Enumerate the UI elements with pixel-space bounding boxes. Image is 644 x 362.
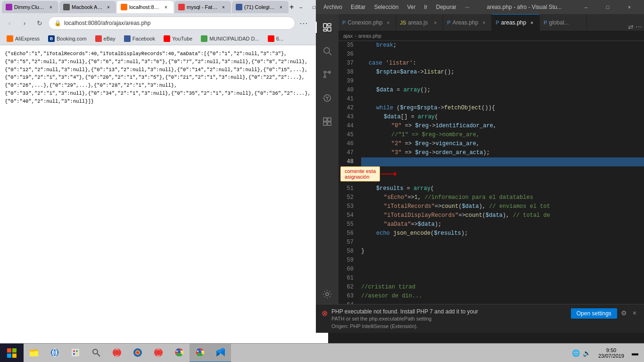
bookmark-youtube[interactable]: YouTube xyxy=(160,33,196,44)
back-button[interactable]: ‹ xyxy=(3,16,16,30)
line-num-38: 38 xyxy=(339,68,354,77)
start-button[interactable] xyxy=(0,344,24,362)
tab-close-areas-php[interactable]: × xyxy=(480,19,487,26)
tab-localhost[interactable]: localhost:8080/... × xyxy=(117,1,173,13)
taskbar-firefox[interactable] xyxy=(127,344,148,362)
tab-label-areasphp-active: areas.php xyxy=(501,19,526,26)
code-line-48 xyxy=(361,157,644,166)
svg-rect-15 xyxy=(7,348,11,353)
tab-areasphp-active[interactable]: P areas.php × xyxy=(492,14,540,31)
bookmark-favicon-youtube xyxy=(164,35,170,42)
tab-areas-php[interactable]: P Areas.php × xyxy=(443,14,492,31)
bookmark-municipalidad[interactable]: MUNICIPALIDAD D... xyxy=(197,33,263,44)
notification-text: PHP executable not found. Install PHP 7 … xyxy=(339,308,563,329)
forward-button[interactable]: › xyxy=(18,16,31,30)
activity-settings-icon[interactable] xyxy=(316,283,339,305)
tab-global[interactable]: P global... xyxy=(540,14,587,31)
taskbar-paint[interactable] xyxy=(65,344,86,362)
bookmark-extra[interactable]: 6... xyxy=(264,33,287,44)
line-num-42: 42 xyxy=(339,104,354,113)
code-line-37: case 'listar': xyxy=(361,59,644,68)
editor-tabs-end: ⇄ ⋯ xyxy=(626,23,644,31)
activity-debug-icon[interactable] xyxy=(316,87,339,109)
menu-ir[interactable]: Ir xyxy=(420,3,431,11)
tab-dimmy[interactable]: Dimmy.Club - D... × xyxy=(2,1,58,13)
bookmark-facebook[interactable]: Facebook xyxy=(120,33,159,44)
taskbar-chrome2[interactable] xyxy=(190,344,210,362)
bookmark-booking[interactable]: B Booking.com xyxy=(44,33,91,44)
line-num-46: 46 xyxy=(339,140,354,148)
tab-close-dimmy[interactable]: × xyxy=(47,3,55,11)
code-line-58: } xyxy=(361,247,644,256)
taskbar-clock[interactable]: 9:50 23/07/2019 xyxy=(594,347,628,359)
menu-archivo[interactable]: Archivo xyxy=(320,3,346,11)
tab-label-macbook: Macbook Air - ... xyxy=(72,4,103,10)
tab-mysql[interactable]: mysql - Fatal Er... × xyxy=(174,1,231,13)
address-bar[interactable]: 🔒 localhost:8080/afro/ajax/areas.php xyxy=(48,16,295,30)
open-settings-button[interactable]: Open settings xyxy=(571,308,617,319)
code-content[interactable]: break; case 'listar': $rspta=$area->list… xyxy=(357,41,644,319)
activity-git-icon[interactable] xyxy=(316,63,339,86)
activity-search-icon[interactable] xyxy=(316,40,339,62)
tab-close-conexion[interactable]: × xyxy=(384,19,392,26)
breadcrumb-filename[interactable]: areas.php xyxy=(358,33,381,39)
tab-label-mysql: mysql - Fatal Er... xyxy=(187,4,218,10)
taskbar-ie[interactable] xyxy=(44,344,65,362)
new-tab-button[interactable]: + xyxy=(289,1,294,13)
tab-close-colegio[interactable]: × xyxy=(277,3,285,11)
code-line-36 xyxy=(361,50,644,59)
svg-point-6 xyxy=(324,71,326,73)
annotation-line1: comente esta xyxy=(345,168,376,174)
bookmark-aliexpress[interactable]: AliExpress xyxy=(3,33,43,44)
menu-seleccion[interactable]: Selección xyxy=(370,3,402,11)
menu-depurar[interactable]: Depurar xyxy=(432,3,460,11)
svg-point-25 xyxy=(76,350,78,352)
vscode-close-button[interactable]: × xyxy=(619,0,640,14)
notification-panel: ⊗ PHP executable not found. Install PHP … xyxy=(339,304,644,329)
tab-colegio[interactable]: (71) Colegio Pr... × xyxy=(232,1,289,13)
tab-icon-conexion: P xyxy=(342,20,346,25)
code-editor[interactable]: 35 36 37 38 39 40 41 42 43 44 45 46 47 4… xyxy=(339,41,644,319)
tab-macbook[interactable]: Macbook Air - ... × xyxy=(59,1,116,13)
tab-areasjs[interactable]: JS areas.js × xyxy=(396,14,443,31)
tray-network-icon[interactable]: 🌐 xyxy=(572,349,580,357)
svg-line-5 xyxy=(329,53,331,55)
tray-speaker-icon[interactable]: 🔊 xyxy=(583,349,591,357)
show-desktop-button[interactable]: ▬ xyxy=(630,349,640,357)
taskbar-opera[interactable] xyxy=(107,344,127,362)
activity-explorer-icon[interactable] xyxy=(316,16,339,39)
svg-point-35 xyxy=(136,351,139,354)
taskbar-chrome[interactable] xyxy=(169,344,190,362)
menu-more[interactable]: ··· xyxy=(461,3,473,11)
notification-source: Origen: PHP IntelliSense (Extensión). xyxy=(339,323,563,329)
taskbar-opera2[interactable] xyxy=(148,344,169,362)
line-num-45: 45 xyxy=(339,131,354,140)
activity-extensions-icon[interactable] xyxy=(316,110,339,133)
lock-icon: 🔒 xyxy=(54,20,61,26)
tab-conexion[interactable]: P Conexion.php × xyxy=(339,14,396,31)
extensions-button[interactable]: ⋯ xyxy=(297,16,310,30)
taskbar-search[interactable] xyxy=(86,344,107,362)
vscode-maximize-button[interactable]: □ xyxy=(597,0,619,14)
split-editor-icon[interactable]: ⇄ xyxy=(628,23,634,31)
breadcrumb-ajax[interactable]: ajax xyxy=(343,33,353,39)
menu-ver[interactable]: Ver xyxy=(403,3,419,11)
tab-close-areasjs[interactable]: × xyxy=(431,19,439,26)
menu-editar[interactable]: Editar xyxy=(347,3,369,11)
tab-close-areasphp-active[interactable]: × xyxy=(528,19,536,26)
code-line-45: //"1" => $reg->nombre_are, xyxy=(361,131,644,140)
more-tabs-icon[interactable]: ⋯ xyxy=(636,23,642,31)
browser-minimize-button[interactable]: – xyxy=(295,1,307,13)
tab-label-areas-php: Areas.php xyxy=(453,19,479,26)
tab-close-localhost[interactable]: × xyxy=(162,3,170,11)
notification-close-button[interactable]: × xyxy=(631,308,638,318)
tab-close-mysql[interactable]: × xyxy=(220,3,227,11)
vscode-minimize-button[interactable]: – xyxy=(575,0,597,14)
taskbar-file-explorer[interactable] xyxy=(24,344,44,362)
refresh-button[interactable]: ↻ xyxy=(33,16,46,30)
tab-close-macbook[interactable]: × xyxy=(105,3,112,11)
bookmark-ebay[interactable]: eBay xyxy=(91,33,119,44)
notification-settings-icon[interactable]: ⚙ xyxy=(619,308,629,318)
tab-favicon-colegio xyxy=(236,4,242,10)
taskbar-vscode[interactable] xyxy=(210,344,231,362)
